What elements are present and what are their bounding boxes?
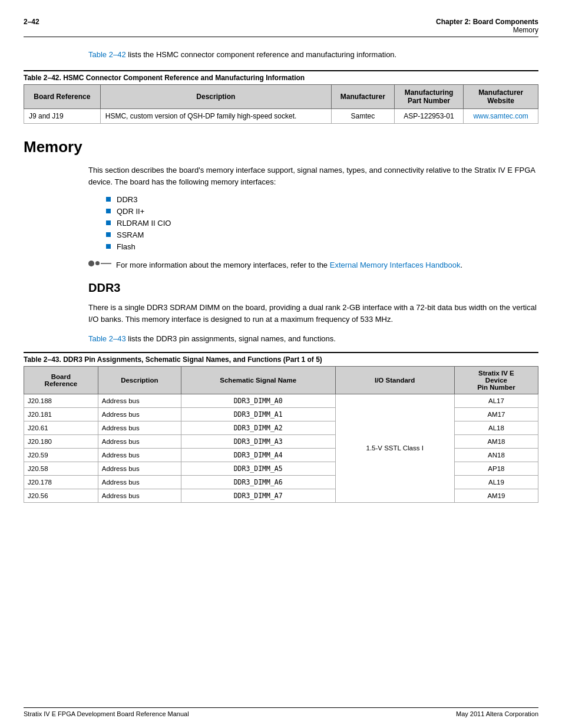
cell-part-number: ASP-122953-01 [394, 108, 464, 123]
cell-board-ref: J20.61 [24, 421, 98, 434]
table-row: J9 and J19 HSMC, custom version of QSH-D… [24, 108, 538, 123]
list-item: QDR II+ [106, 207, 538, 216]
ext-memory-link[interactable]: External Memory Interfaces Handbook [330, 261, 461, 269]
col-manufacturer: Manufacturer [331, 84, 394, 108]
cell-board-ref: J20.58 [24, 462, 98, 475]
cell-board-ref: J20.181 [24, 407, 98, 421]
col43-pin-number: Stratix IV EDevicePin Number [454, 366, 538, 394]
table-row: J20.180 Address bus DDR3_DIMM_A3 AM18 [24, 434, 538, 448]
col-board-ref: Board Reference [24, 84, 101, 108]
intro-paragraph: Table 2–42 lists the HSMC connector comp… [88, 49, 538, 61]
table-row: J20.181 Address bus DDR3_DIMM_A1 AM17 [24, 407, 538, 421]
list-item: DDR3 [106, 195, 538, 204]
page-footer: Stratix IV E FPGA Development Board Refe… [24, 707, 538, 717]
table-42: Board Reference Description Manufacturer… [24, 84, 538, 124]
cell-signal: DDR3_DIMM_A2 [181, 421, 335, 434]
bullet-icon [106, 220, 111, 225]
cell-signal: DDR3_DIMM_A1 [181, 407, 335, 421]
cell-pin: AM18 [454, 434, 538, 448]
footer-right: May 2011 Altera Corporation [456, 710, 538, 717]
footer-left: Stratix IV E FPGA Development Board Refe… [24, 710, 189, 717]
table-row: J20.61 Address bus DDR3_DIMM_A2 AL18 [24, 421, 538, 434]
memory-body1: This section describes the board's memor… [88, 164, 538, 188]
table43-link[interactable]: Table 2–43 [88, 334, 126, 343]
cell-description: Address bus [98, 462, 181, 475]
samtec-link[interactable]: www.samtec.com [473, 112, 528, 120]
cell-pin: AL19 [454, 475, 538, 489]
cell-description: HSMC, custom version of QSH-DP family hi… [100, 108, 331, 123]
col43-board-ref: BoardReference [24, 366, 98, 394]
table43-caption: Table 2–43. DDR3 Pin Assignments, Schema… [24, 352, 538, 366]
cell-board-ref: J20.180 [24, 434, 98, 448]
cell-pin: AM17 [454, 407, 538, 421]
note-row: For more information about the memory in… [88, 259, 538, 271]
page-header: 2–42 Chapter 2: Board Components Memory [24, 18, 538, 37]
table-row: J20.56 Address bus DDR3_DIMM_A7 AM19 [24, 489, 538, 502]
bullet-icon [106, 232, 111, 237]
col-description: Description [100, 84, 331, 108]
cell-manufacturer: Samtec [331, 108, 394, 123]
cell-description: Address bus [98, 407, 181, 421]
note-text: For more information about the memory in… [116, 259, 462, 271]
cell-description: Address bus [98, 434, 181, 448]
ddr3-body1: There is a single DDR3 SDRAM DIMM on the… [88, 302, 538, 325]
list-item: RLDRAM II CIO [106, 219, 538, 228]
cell-description: Address bus [98, 489, 181, 502]
cell-description: Address bus [98, 421, 181, 434]
cell-board-ref: J20.59 [24, 448, 98, 462]
memory-bullet-list: DDR3 QDR II+ RLDRAM II CIO SSRAM Flash [106, 195, 538, 251]
cell-description: Address bus [98, 475, 181, 489]
intro-text: lists the HSMC connector component refer… [128, 50, 396, 59]
bullet-icon [106, 209, 111, 213]
col-mfg-part-num: ManufacturingPart Number [394, 84, 464, 108]
cell-io-std: 1.5-V SSTL Class I [335, 394, 454, 502]
table-row: J20.59 Address bus DDR3_DIMM_A4 AN18 [24, 448, 538, 462]
col43-description: Description [98, 366, 181, 394]
ddr3-heading: DDR3 [88, 281, 538, 295]
section-title: Memory [436, 26, 538, 34]
cell-pin: AM19 [454, 489, 538, 502]
cell-signal: DDR3_DIMM_A4 [181, 448, 335, 462]
list-item: SSRAM [106, 230, 538, 239]
cell-signal: DDR3_DIMM_A7 [181, 489, 335, 502]
table-row: J20.178 Address bus DDR3_DIMM_A6 AL19 [24, 475, 538, 489]
table42-link[interactable]: Table 2–42 [88, 50, 126, 59]
cell-description: Address bus [98, 394, 181, 407]
cell-board-ref: J20.56 [24, 489, 98, 502]
cell-board-ref: J20.178 [24, 475, 98, 489]
cell-pin: AN18 [454, 448, 538, 462]
cell-website: www.samtec.com [464, 108, 538, 123]
cell-board-ref: J9 and J19 [24, 108, 101, 123]
chapter-title: Chapter 2: Board Components [436, 18, 538, 26]
col43-signal-name: Schematic Signal Name [181, 366, 335, 394]
col-mfg-website: ManufacturerWebsite [464, 84, 538, 108]
cell-pin: AP18 [454, 462, 538, 475]
table42-caption: Table 2–42. HSMC Connector Component Ref… [24, 70, 538, 84]
list-item: Flash [106, 242, 538, 251]
note-icon [88, 261, 111, 266]
memory-heading: Memory [24, 138, 538, 156]
table-row: J20.58 Address bus DDR3_DIMM_A5 AP18 [24, 462, 538, 475]
cell-signal: DDR3_DIMM_A6 [181, 475, 335, 489]
ddr3-body2: Table 2–43 lists the DDR3 pin assignment… [88, 333, 538, 345]
table-row: J20.188 Address bus DDR3_DIMM_A0 1.5-V S… [24, 394, 538, 407]
cell-signal: DDR3_DIMM_A5 [181, 462, 335, 475]
bullet-icon [106, 244, 111, 249]
cell-signal: DDR3_DIMM_A0 [181, 394, 335, 407]
cell-pin: AL18 [454, 421, 538, 434]
cell-board-ref: J20.188 [24, 394, 98, 407]
page-number: 2–42 [24, 18, 39, 26]
cell-description: Address bus [98, 448, 181, 462]
col43-io-standard: I/O Standard [335, 366, 454, 394]
cell-pin: AL17 [454, 394, 538, 407]
chapter-info: Chapter 2: Board Components Memory [436, 18, 538, 34]
table-43: BoardReference Description Schematic Sig… [24, 366, 538, 503]
bullet-icon [106, 197, 111, 202]
cell-signal: DDR3_DIMM_A3 [181, 434, 335, 448]
